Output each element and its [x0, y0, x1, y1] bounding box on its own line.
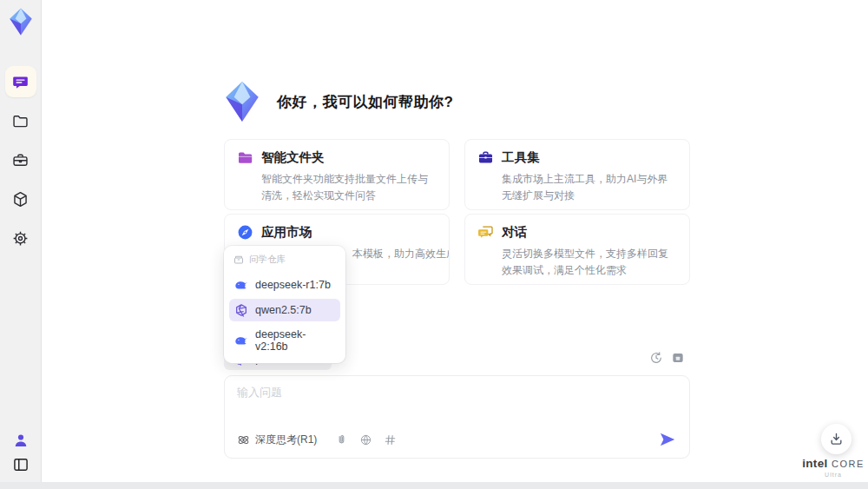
model-option-label: qwen2.5:7b	[255, 304, 312, 316]
sidebar-item-models[interactable]	[5, 183, 36, 215]
toolbox-icon	[477, 149, 494, 166]
card-description: 集成市场上主流工具，助力AI与外界无缝扩展与对接	[502, 171, 677, 203]
card-conversation[interactable]: 对话 灵活切换多模型文件，支持多样回复效果调试，满足个性化需求	[464, 214, 690, 285]
appstore-icon	[237, 224, 253, 241]
sidebar-item-folders[interactable]	[5, 105, 36, 136]
sidebar-item-panel-toggle[interactable]	[7, 453, 35, 477]
qwen-icon	[234, 303, 248, 317]
send-button[interactable]	[658, 430, 677, 449]
app-logo-icon	[6, 7, 36, 36]
greeting-text: 你好，我可以如何帮助你?	[277, 92, 453, 112]
library-icon	[233, 254, 244, 265]
chat-bubbles-icon	[477, 224, 494, 241]
panel-icon	[12, 456, 30, 473]
briefcase-icon	[11, 151, 30, 169]
card-title: 智能文件夹	[261, 149, 325, 166]
intel-product-text: core	[832, 459, 865, 469]
user-icon	[12, 432, 30, 449]
folder-icon	[11, 112, 30, 130]
deep-think-label: 深度思考(R1)	[255, 433, 317, 447]
hash-icon[interactable]	[384, 433, 397, 446]
model-option-deepseek-v2[interactable]: deepseek-v2:16b	[229, 324, 340, 357]
model-option-label: deepseek-r1:7b	[255, 279, 331, 291]
intel-brand-text: intel	[802, 457, 827, 470]
cube-icon	[11, 190, 30, 208]
model-dropdown-header: 问学仓库	[229, 250, 340, 271]
deep-think-toggle[interactable]: 深度思考(R1)	[237, 433, 317, 447]
bottom-scrollbar	[0, 482, 868, 489]
model-option-deepseek-r1[interactable]: deepseek-r1:7b	[229, 274, 340, 296]
assistant-logo-icon	[220, 80, 264, 123]
gear-icon	[11, 229, 30, 248]
deep-think-icon	[237, 433, 250, 446]
model-dropdown-header-label: 问学仓库	[249, 254, 286, 266]
card-title: 对话	[502, 224, 527, 241]
model-option-qwen[interactable]: qwen2.5:7b	[229, 299, 340, 321]
sidebar-item-toolbox[interactable]	[5, 144, 36, 175]
sidebar-item-account[interactable]	[7, 428, 35, 453]
greeting: 你好，我可以如何帮助你?	[220, 80, 453, 123]
intel-sub-text: Ultra	[802, 472, 865, 479]
card-smart-folder[interactable]: 智能文件夹 智能文件夹功能支持批量文件上传与清洗，轻松实现文件问答	[224, 139, 450, 210]
chat-icon	[11, 73, 30, 91]
sidebar-item-chat[interactable]	[5, 66, 36, 97]
composer-icons	[335, 433, 397, 446]
app-window: 你好，我可以如何帮助你? 智能文件夹 智能文件夹功能支持批量文件上传与清洗，轻松…	[0, 0, 868, 489]
model-dropdown: 问学仓库 deepseek-r1:7b qwen2.5:7b deepseek-…	[224, 246, 345, 363]
sidebar	[0, 0, 42, 489]
model-option-label: deepseek-v2:16b	[255, 328, 335, 353]
globe-icon[interactable]	[359, 433, 372, 446]
download-button[interactable]	[821, 424, 852, 454]
attachment-icon[interactable]	[335, 433, 348, 446]
history-icon[interactable]	[649, 351, 663, 365]
sidebar-item-settings[interactable]	[5, 222, 36, 254]
message-composer: 深度思考(R1)	[224, 375, 690, 459]
card-toolset[interactable]: 工具集 集成市场上主流工具，助力AI与外界无缝扩展与对接	[464, 139, 690, 210]
folder-icon	[237, 149, 253, 166]
composer-toolbar: 深度思考(R1)	[237, 430, 677, 449]
card-title: 工具集	[502, 149, 540, 166]
message-input[interactable]	[237, 386, 654, 399]
deepseek-icon	[234, 278, 248, 292]
intel-core-badge: intel core Ultra	[802, 455, 865, 479]
download-icon	[829, 432, 844, 446]
card-description: 智能文件夹功能支持批量文件上传与清洗，轻松实现文件问答	[261, 171, 437, 203]
card-title: 应用市场	[261, 224, 312, 241]
new-window-icon[interactable]	[671, 351, 685, 365]
card-description: 灵活切换多模型文件，支持多样回复效果调试，满足个性化需求	[502, 246, 677, 278]
conversation-tools	[649, 351, 685, 365]
deepseek-icon	[234, 334, 248, 347]
card-description-partial: 本模板，助力高效生成多	[352, 246, 437, 262]
